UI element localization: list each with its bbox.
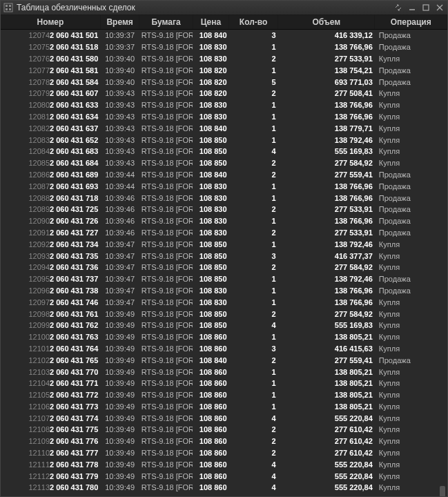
cell-number-prefix: 12111: [28, 460, 50, 469]
cell-number-suffix: 2 060 431 735: [50, 252, 98, 260]
cell-volume: 138 805,21: [278, 378, 375, 389]
table-row[interactable]: 120952 060 431 73710:39:47RTS-9.18 [FOR1…: [1, 273, 447, 285]
table-row[interactable]: 120852 060 431 68410:39:43RTS-9.18 [FOR1…: [1, 157, 447, 169]
table-row[interactable]: 120912 060 431 72710:39:46RTS-9.18 [FOR1…: [1, 227, 447, 239]
cell-price: 108 840: [193, 30, 228, 41]
table-row[interactable]: 120812 060 431 63410:39:43RTS-9.18 [FOR1…: [1, 111, 447, 123]
table-row[interactable]: 121132 060 431 78010:39:49RTS-9.18 [FOR1…: [1, 482, 447, 494]
cell-operation: Купля: [375, 401, 447, 413]
cell-volume: 138 766,96: [278, 111, 375, 123]
table-row[interactable]: 120792 060 431 60710:39:43RTS-9.18 [FOR1…: [1, 88, 447, 99]
table-row[interactable]: 120802 060 431 63310:39:43RTS-9.18 [FOR1…: [1, 99, 447, 111]
cell-qty: 2: [229, 88, 278, 99]
cell-price: 108 820: [193, 64, 228, 76]
cell-security: RTS-9.18 [FOR: [139, 436, 193, 447]
table-row[interactable]: 121072 060 431 77410:39:49RTS-9.18 [FOR1…: [1, 412, 447, 424]
table-row[interactable]: 121012 060 431 76410:39:49RTS-9.18 [FOR1…: [1, 343, 447, 355]
table-row[interactable]: 121022 060 431 76510:39:49RTS-9.18 [FOR1…: [1, 354, 447, 366]
cell-number-suffix: 2 060 431 765: [50, 356, 98, 364]
cell-operation: Купля: [375, 146, 447, 157]
table-row[interactable]: 120992 060 431 76210:39:49RTS-9.18 [FOR1…: [1, 320, 447, 331]
cell-operation: Продажа: [375, 76, 447, 88]
col-operation[interactable]: Операция: [375, 15, 447, 30]
cell-operation: Продажа: [375, 192, 447, 204]
table-row[interactable]: 120942 060 431 73610:39:47RTS-9.18 [FOR1…: [1, 262, 447, 273]
vertical-scrollbar[interactable]: [438, 30, 447, 495]
table-row[interactable]: 120932 060 431 73510:39:47RTS-9.18 [FOR1…: [1, 250, 447, 262]
cell-number-prefix: 12104: [28, 379, 50, 387]
cell-security: RTS-9.18 [FOR: [139, 389, 193, 401]
table-row[interactable]: 121042 060 431 77110:39:49RTS-9.18 [FOR1…: [1, 378, 447, 389]
detach-button[interactable]: [393, 3, 403, 12]
scrollbar-thumb[interactable]: [440, 486, 445, 496]
table-row[interactable]: 121122 060 431 77910:39:49RTS-9.18 [FOR1…: [1, 470, 447, 482]
col-security[interactable]: Бумага: [139, 15, 193, 30]
cell-operation: Купля: [375, 447, 447, 459]
table-row[interactable]: 120782 060 431 58410:39:40RTS-9.18 [FOR1…: [1, 76, 447, 88]
table-row[interactable]: 120882 060 431 71810:39:46RTS-9.18 [FOR1…: [1, 192, 447, 204]
table-row[interactable]: 120772 060 431 58110:39:40RTS-9.18 [FOR1…: [1, 64, 447, 76]
col-price[interactable]: Цена: [193, 15, 228, 30]
table-row[interactable]: 121102 060 431 77710:39:49RTS-9.18 [FOR1…: [1, 447, 447, 459]
cell-operation: Купля: [375, 53, 447, 65]
cell-volume: 277 610,42: [278, 447, 375, 459]
cell-operation: Купля: [375, 458, 447, 470]
table-row[interactable]: 120862 060 431 68910:39:44RTS-9.18 [FOR1…: [1, 169, 447, 181]
cell-time: 10:39:49: [100, 436, 139, 447]
table-row[interactable]: 120752 060 431 51810:39:37RTS-9.18 [FOR1…: [1, 41, 447, 53]
col-number[interactable]: Номер: [1, 15, 100, 30]
table-row[interactable]: 121032 060 431 77010:39:49RTS-9.18 [FOR1…: [1, 366, 447, 378]
table-row[interactable]: 120832 060 431 65210:39:43RTS-9.18 [FOR1…: [1, 134, 447, 146]
table-row[interactable]: 120902 060 431 72610:39:46RTS-9.18 [FOR1…: [1, 215, 447, 227]
cell-operation: Купля: [375, 378, 447, 389]
cell-volume: 138 766,96: [278, 99, 375, 111]
table-row[interactable]: 120962 060 431 73810:39:47RTS-9.18 [FOR1…: [1, 285, 447, 297]
col-time[interactable]: Время: [100, 15, 139, 30]
cell-price: 108 850: [193, 308, 228, 320]
table-row[interactable]: 120972 060 431 74610:39:47RTS-9.18 [FOR1…: [1, 296, 447, 308]
table-row[interactable]: 120872 060 431 69310:39:44RTS-9.18 [FOR1…: [1, 180, 447, 192]
cell-qty: 2: [229, 447, 278, 459]
cell-number-suffix: 2 060 431 581: [50, 66, 98, 75]
cell-number-suffix: 2 060 431 778: [50, 460, 98, 469]
cell-volume: 138 754,21: [278, 64, 375, 76]
table-row[interactable]: 120822 060 431 63710:39:43RTS-9.18 [FOR1…: [1, 122, 447, 134]
maximize-button[interactable]: [421, 3, 431, 12]
table-row[interactable]: 121062 060 431 77310:39:49RTS-9.18 [FOR1…: [1, 401, 447, 413]
table-row[interactable]: 120742 060 431 50110:39:37RTS-9.18 [FOR1…: [1, 30, 447, 41]
cell-number-prefix: 12097: [28, 298, 50, 306]
cell-price: 108 830: [193, 192, 228, 204]
cell-security: RTS-9.18 [FOR: [139, 320, 193, 331]
cell-price: 108 830: [193, 111, 228, 123]
trades-grid[interactable]: Номер Время Бумага Цена Кол-во Объем Опе…: [1, 15, 447, 496]
cell-time: 10:39:46: [100, 204, 139, 215]
cell-security: RTS-9.18 [FOR: [139, 424, 193, 436]
cell-time: 10:39:43: [100, 146, 139, 157]
table-header: Номер Время Бумага Цена Кол-во Объем Опе…: [1, 15, 447, 30]
titlebar[interactable]: Таблица обезличенных сделок: [1, 1, 447, 15]
table-row[interactable]: 120762 060 431 58010:39:40RTS-9.18 [FOR1…: [1, 53, 447, 65]
table-row[interactable]: 120842 060 431 68310:39:43RTS-9.18 [FOR1…: [1, 146, 447, 157]
close-button[interactable]: [435, 3, 445, 12]
col-qty[interactable]: Кол-во: [229, 15, 278, 30]
cell-number-suffix: 2 060 431 734: [50, 240, 98, 248]
cell-number-prefix: 12074: [28, 31, 50, 39]
table-row[interactable]: 120922 060 431 73410:39:47RTS-9.18 [FOR1…: [1, 238, 447, 250]
col-volume[interactable]: Объем: [278, 15, 375, 30]
cell-number-prefix: 12113: [28, 483, 50, 491]
cell-qty: 1: [229, 180, 278, 192]
table-row[interactable]: 121002 060 431 76310:39:49RTS-9.18 [FOR1…: [1, 331, 447, 343]
cell-price: 108 850: [193, 320, 228, 331]
cell-time: 10:39:43: [100, 134, 139, 146]
minimize-button[interactable]: [407, 3, 417, 12]
table-row[interactable]: 121052 060 431 77210:39:49RTS-9.18 [FOR1…: [1, 389, 447, 401]
table-row[interactable]: 121082 060 431 77510:39:49RTS-9.18 [FOR1…: [1, 424, 447, 436]
table-row[interactable]: 120982 060 431 76110:39:49RTS-9.18 [FOR1…: [1, 308, 447, 320]
table-row[interactable]: 121112 060 431 77810:39:49RTS-9.18 [FOR1…: [1, 458, 447, 470]
cell-time: 10:39:43: [100, 99, 139, 111]
cell-number-suffix: 2 060 431 773: [50, 402, 98, 411]
cell-price: 108 830: [193, 204, 228, 215]
table-row[interactable]: 121092 060 431 77610:39:49RTS-9.18 [FOR1…: [1, 436, 447, 447]
table-row[interactable]: 120892 060 431 72510:39:46RTS-9.18 [FOR1…: [1, 204, 447, 215]
cell-operation: Купля: [375, 436, 447, 447]
